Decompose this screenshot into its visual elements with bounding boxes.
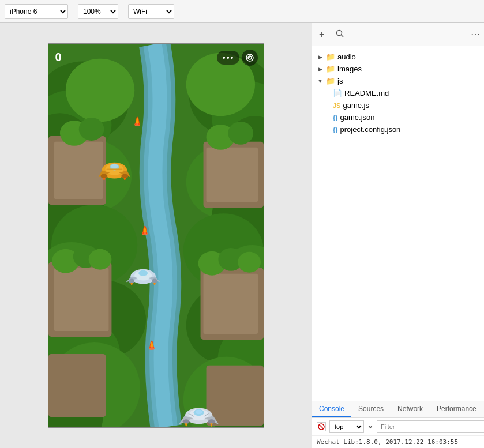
tree-label-gamejson: game.json <box>340 113 375 122</box>
console-toolbar: top <box>312 418 484 436</box>
tab-console[interactable]: Console <box>312 401 351 417</box>
game-controls: • • • <box>217 50 258 66</box>
svg-rect-29 <box>48 354 106 417</box>
dot1: • <box>223 53 226 62</box>
svg-rect-34 <box>206 366 263 426</box>
json-icon-gamejson: {} <box>333 114 338 121</box>
game-background <box>48 44 264 427</box>
svg-line-75 <box>319 424 324 429</box>
svg-point-41 <box>228 122 253 145</box>
network-select[interactable]: WiFi <box>128 4 174 19</box>
tree-item-js[interactable]: ▼ 📁 js <box>312 75 484 87</box>
expand-arrow-images: ▶ <box>317 66 324 73</box>
target-button[interactable] <box>242 50 258 66</box>
tree-label-gamejs: game.js <box>343 101 369 110</box>
console-log: Wechat Lib:1.8.0, 2017.12.22 16:03:55 <box>312 436 484 448</box>
dots-menu-button[interactable]: • • • <box>217 51 239 65</box>
tab-sources[interactable]: Sources <box>351 401 391 417</box>
svg-point-68 <box>249 57 250 58</box>
dot2: • <box>227 53 230 62</box>
tree-item-gamejs[interactable]: JS game.js <box>312 99 484 111</box>
search-icon <box>336 29 344 37</box>
dot3: • <box>231 53 234 62</box>
expand-spacer-gamejs <box>324 102 331 109</box>
search-button[interactable] <box>333 28 346 41</box>
devtools-panel: Console Sources Network Performance Me t… <box>312 401 484 448</box>
filter-input[interactable] <box>377 420 484 433</box>
file-tree: ▶ 📁 audio ▶ 📁 images ▼ 📁 js 📄 README.md <box>312 46 484 401</box>
js-icon-gamejs: JS <box>333 102 340 109</box>
expand-spacer-readme <box>324 90 331 97</box>
svg-point-65 <box>208 419 215 424</box>
svg-point-58 <box>129 279 134 284</box>
tab-network[interactable]: Network <box>391 401 430 417</box>
tree-item-images[interactable]: ▶ 📁 images <box>312 63 484 75</box>
expand-arrow-audio: ▶ <box>317 54 324 61</box>
svg-rect-28 <box>54 268 108 331</box>
device-frame: 0 • • • <box>48 43 264 428</box>
svg-point-53 <box>121 174 128 179</box>
block-button[interactable] <box>317 422 326 431</box>
svg-point-52 <box>100 174 107 179</box>
expand-spacer-projectconfig <box>324 126 331 133</box>
tree-label-projectconfig: project.config.json <box>340 125 401 134</box>
svg-rect-26 <box>54 142 103 199</box>
add-button[interactable]: + <box>317 28 327 41</box>
right-panel: + ⋯ ▶ 📁 audi <box>312 23 484 448</box>
tree-item-gamejson[interactable]: {} game.json <box>312 111 484 123</box>
svg-point-51 <box>111 164 118 169</box>
svg-line-70 <box>342 35 344 37</box>
svg-point-3 <box>65 59 134 122</box>
chevron-down-icon <box>367 424 373 430</box>
tree-label-js: js <box>337 77 343 85</box>
toolbar-divider-1 <box>73 6 73 17</box>
tree-item-projectconfig[interactable]: {} project.config.json <box>312 123 484 135</box>
toolbar-divider-2 <box>123 6 123 17</box>
more-button[interactable]: ⋯ <box>468 28 482 41</box>
svg-rect-31 <box>206 148 258 202</box>
svg-point-64 <box>182 419 189 424</box>
svg-point-39 <box>88 249 111 270</box>
log-text: Wechat Lib:1.8.0, 2017.12.22 16:03:55 <box>317 438 458 446</box>
top-toolbar: iPhone 6 100% WiFi <box>0 0 484 23</box>
svg-point-44 <box>238 252 261 273</box>
folder-icon-js: 📁 <box>326 77 335 85</box>
context-select[interactable]: top <box>329 420 364 433</box>
tab-performance[interactable]: Performance <box>430 401 483 417</box>
tree-label-images: images <box>337 65 362 73</box>
json-icon-projectconfig: {} <box>333 126 338 133</box>
block-icon <box>318 423 325 430</box>
device-select[interactable]: iPhone 6 <box>5 4 68 19</box>
expand-spacer-gamejson <box>324 114 331 121</box>
score-display: 0 <box>55 51 62 64</box>
tree-label-readme: README.md <box>344 89 389 97</box>
expand-arrow-js: ▼ <box>317 78 324 85</box>
tree-label-audio: audio <box>337 52 356 61</box>
doc-icon-readme: 📄 <box>333 89 342 97</box>
main-area: 0 • • • <box>0 23 484 448</box>
zoom-select[interactable]: 100% <box>78 4 118 19</box>
target-icon <box>246 54 254 62</box>
svg-rect-54 <box>106 169 122 170</box>
svg-point-36 <box>78 118 104 141</box>
svg-point-59 <box>152 279 157 284</box>
tree-item-audio[interactable]: ▶ 📁 audio <box>312 51 484 63</box>
game-canvas: 0 • • • <box>48 44 264 427</box>
svg-point-69 <box>337 30 342 35</box>
devtools-tabs: Console Sources Network Performance Me <box>312 401 484 418</box>
device-preview-panel: 0 • • • <box>0 23 312 448</box>
svg-point-63 <box>195 409 202 414</box>
right-toolbar: + ⋯ <box>312 23 484 46</box>
svg-point-57 <box>138 270 148 276</box>
svg-rect-33 <box>203 274 257 334</box>
folder-icon-images: 📁 <box>326 65 335 73</box>
tree-item-readme[interactable]: 📄 README.md <box>312 87 484 99</box>
folder-icon-audio: 📁 <box>326 52 335 61</box>
